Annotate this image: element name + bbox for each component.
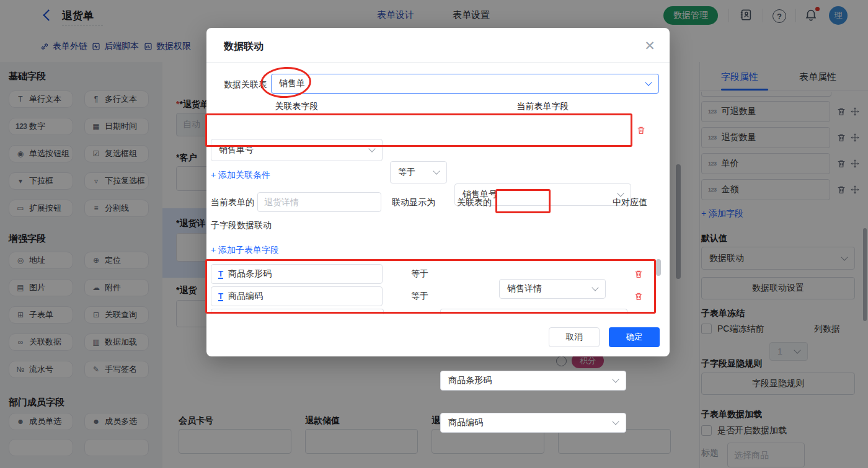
modal-title: 数据联动 (224, 40, 264, 53)
current-form-prefix-label: 当前表单的 (211, 197, 254, 208)
chevron-down-icon (617, 190, 624, 196)
corresponding-value-label: 中对应值 (613, 197, 647, 208)
annotation-rect-condition-row (205, 113, 632, 147)
delete-condition-icon[interactable] (636, 125, 646, 135)
chevron-down-icon (612, 418, 619, 425)
annotation-rect-subfield-rows (205, 259, 656, 314)
add-condition-link[interactable]: + 添加关联条件 (211, 170, 270, 181)
chevron-down-icon (612, 376, 619, 382)
column-header-current-form-field: 当前表单字段 (454, 101, 631, 112)
condition-operator-select[interactable]: 等于 (390, 161, 447, 183)
subfield-linkage-section-label: 子字段数据联动 (211, 220, 272, 231)
app-root: 退货单 表单设计 表单设置 数据管理 ? 理 表单外链 后端脚本 数据权限 (0, 0, 868, 468)
close-icon[interactable]: ✕ (640, 37, 659, 55)
subfield-target-barcode-select[interactable]: 商品条形码 (440, 371, 626, 391)
add-subform-field-link[interactable]: + 添加子表单字段 (211, 245, 279, 256)
current-form-field-input[interactable] (257, 192, 381, 212)
chevron-down-icon (645, 79, 652, 86)
subfield-target-product-code-select[interactable]: 商品编码 (440, 413, 626, 433)
column-header-relation-field: 关联表字段 (211, 101, 383, 112)
modal-scrollbar[interactable] (656, 259, 661, 276)
chevron-down-icon (433, 167, 440, 174)
divider (206, 62, 670, 63)
linkage-display-label: 联动显示为 (392, 197, 435, 208)
relation-table-select[interactable]: 销售单 (271, 74, 659, 94)
confirm-button[interactable]: 确定 (609, 327, 660, 347)
annotation-rect-display-field (495, 189, 551, 213)
cancel-button[interactable]: 取消 (549, 327, 600, 347)
relation-table-prefix-label: 关联表的 (457, 197, 492, 208)
